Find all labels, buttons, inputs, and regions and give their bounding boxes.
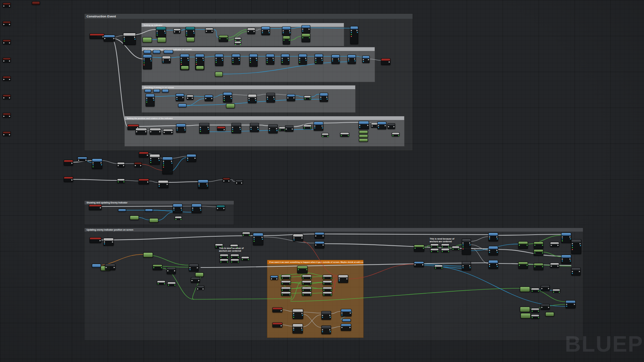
data-pin[interactable] — [249, 100, 250, 101]
data-pin[interactable] — [310, 127, 311, 128]
data-pin[interactable] — [200, 129, 201, 130]
exec-pin[interactable] — [3, 60, 5, 62]
graph-node-gray[interactable] — [157, 281, 165, 285]
exec-pin[interactable] — [176, 97, 178, 98]
exec-pin[interactable] — [3, 24, 5, 25]
data-pin[interactable] — [153, 267, 154, 268]
data-pin[interactable] — [572, 245, 573, 246]
exec-pin[interactable] — [269, 128, 270, 129]
graph-node-gray[interactable] — [292, 324, 303, 334]
exec-pin[interactable] — [388, 126, 389, 127]
data-pin[interactable] — [302, 315, 303, 316]
exec-pin[interactable] — [241, 182, 243, 184]
data-pin[interactable] — [163, 165, 164, 166]
graph-node-dark[interactable] — [462, 261, 471, 270]
graph-node-gray[interactable] — [304, 96, 311, 100]
graph-node-blue[interactable] — [282, 26, 291, 36]
exec-pin[interactable] — [145, 131, 147, 132]
exec-pin[interactable] — [323, 235, 324, 237]
data-pin[interactable] — [431, 251, 432, 252]
data-pin[interactable] — [216, 60, 217, 61]
graph-node-gray[interactable] — [242, 232, 250, 236]
data-pin[interactable] — [282, 278, 283, 279]
wire-c[interactable] — [310, 28, 350, 28]
exec-pin[interactable] — [208, 127, 209, 128]
exec-pin[interactable] — [580, 243, 581, 244]
graph-node-gray[interactable] — [302, 281, 312, 285]
data-pin[interactable] — [227, 257, 228, 258]
data-pin[interactable] — [146, 100, 147, 101]
data-pin[interactable] — [232, 131, 233, 132]
graph-node-dark[interactable] — [250, 123, 259, 132]
data-pin[interactable] — [305, 98, 306, 99]
wire-c[interactable] — [152, 57, 162, 58]
graph-node-gray[interactable] — [279, 127, 286, 131]
data-pin[interactable] — [359, 127, 360, 128]
exec-pin[interactable] — [323, 244, 324, 246]
graph-node-gray[interactable] — [234, 37, 241, 40]
graph-node-green[interactable] — [359, 138, 368, 142]
data-pin[interactable] — [224, 98, 225, 99]
exec-pin[interactable] — [144, 58, 145, 60]
wire-E[interactable] — [139, 126, 176, 126]
wire-r[interactable] — [331, 278, 338, 283]
data-pin[interactable] — [441, 267, 442, 268]
graph-node-red[interactable] — [64, 160, 73, 166]
exec-pin[interactable] — [276, 278, 278, 280]
exec-pin[interactable] — [199, 183, 200, 185]
exec-pin[interactable] — [134, 37, 136, 38]
graph-node-red[interactable] — [90, 34, 104, 39]
graph-node-gray[interactable] — [302, 287, 312, 291]
data-pin[interactable] — [199, 185, 200, 186]
graph-node-red[interactable] — [89, 204, 102, 210]
exec-pin[interactable] — [179, 31, 180, 33]
exec-pin[interactable] — [570, 236, 571, 238]
data-pin[interactable] — [331, 294, 332, 295]
exec-pin[interactable] — [282, 58, 283, 59]
exec-pin[interactable] — [238, 58, 240, 59]
graph-node-dark[interactable] — [387, 123, 395, 129]
graph-node-blue[interactable] — [145, 209, 153, 212]
data-pin[interactable] — [282, 62, 283, 63]
data-pin[interactable] — [398, 135, 399, 136]
exec-pin[interactable] — [198, 280, 200, 281]
graph-node-m[interactable] — [3, 40, 11, 44]
data-pin[interactable] — [176, 99, 177, 100]
data-pin[interactable] — [159, 186, 160, 187]
data-pin[interactable] — [146, 102, 147, 103]
data-pin[interactable] — [423, 248, 424, 249]
data-pin[interactable] — [231, 261, 232, 262]
graph-node-gray[interactable] — [281, 292, 291, 296]
exec-pin[interactable] — [315, 244, 317, 246]
exec-pin[interactable] — [211, 98, 213, 99]
exec-pin[interactable] — [206, 31, 207, 32]
data-pin[interactable] — [240, 129, 241, 130]
data-pin[interactable] — [497, 252, 498, 253]
graph-node-dark[interactable] — [541, 304, 550, 310]
data-pin[interactable] — [463, 267, 464, 268]
data-pin[interactable] — [282, 290, 283, 291]
data-pin[interactable] — [562, 240, 563, 241]
exec-pin[interactable] — [9, 97, 10, 99]
wire-E[interactable] — [324, 234, 488, 235]
exec-pin[interactable] — [367, 125, 369, 126]
graph-node-blue[interactable] — [377, 122, 386, 129]
graph-node-blue[interactable] — [488, 233, 498, 241]
exec-pin[interactable] — [254, 237, 255, 238]
graph-node-m[interactable] — [3, 131, 11, 136]
data-pin[interactable] — [392, 135, 393, 136]
exec-pin[interactable] — [150, 158, 152, 159]
data-pin[interactable] — [220, 257, 221, 258]
exec-pin[interactable] — [579, 271, 580, 272]
graph-node-green[interactable] — [518, 262, 528, 269]
graph-node-gray[interactable] — [552, 289, 560, 293]
exec-pin[interactable] — [216, 58, 217, 59]
graph-node-blue[interactable] — [266, 54, 274, 65]
exec-pin[interactable] — [393, 126, 395, 127]
exec-pin[interactable] — [320, 97, 322, 98]
data-pin[interactable] — [180, 219, 181, 220]
graph-node-blue[interactable] — [488, 260, 498, 269]
exec-pin[interactable] — [195, 158, 196, 159]
exec-pin[interactable] — [322, 125, 323, 127]
data-pin[interactable] — [274, 99, 275, 100]
